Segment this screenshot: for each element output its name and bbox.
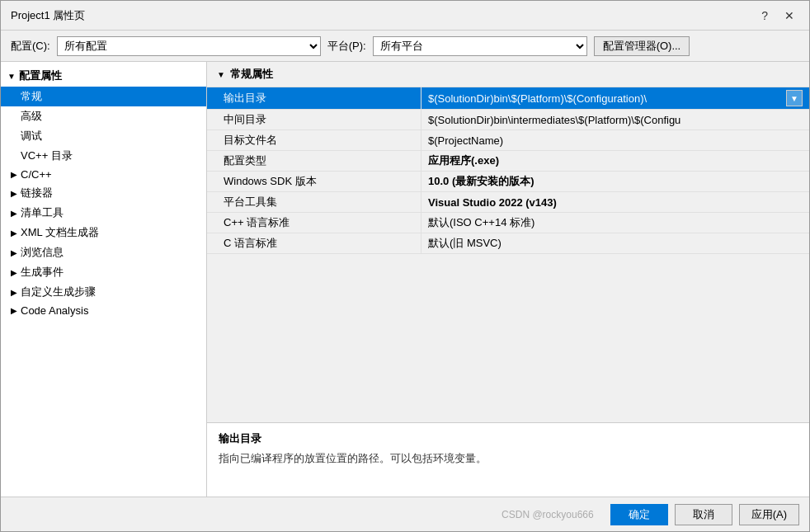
sidebar-item-manifest[interactable]: ▶ 清单工具 xyxy=(1,203,206,223)
prop-row-output-dir[interactable]: 输出目录 $(SolutionDir)bin\$(Platform)\$(Con… xyxy=(207,87,809,110)
sidebar-item-code-analysis[interactable]: ▶ Code Analysis xyxy=(1,302,206,319)
prop-row-c-std[interactable]: C 语言标准 默认(旧 MSVC) xyxy=(207,233,809,254)
linker-arrow: ▶ xyxy=(11,189,17,198)
config-select[interactable]: 所有配置 xyxy=(57,36,321,56)
prop-name-sdk-version: Windows SDK 版本 xyxy=(207,172,421,191)
build-events-arrow: ▶ xyxy=(11,268,17,277)
manifest-label: 清单工具 xyxy=(21,205,64,220)
prop-value-output-dir-text: $(SolutionDir)bin\$(Platform)\$(Configur… xyxy=(428,92,786,105)
sidebar-item-debug[interactable]: 调试 xyxy=(1,126,206,146)
sidebar-item-linker[interactable]: ▶ 链接器 xyxy=(1,183,206,203)
sidebar-item-xml[interactable]: ▶ XML 文档生成器 xyxy=(1,223,206,242)
prop-value-config-type-text: 应用程序(.exe) xyxy=(428,153,803,168)
bottom-panel-title: 输出目录 xyxy=(219,431,798,446)
prop-value-sdk-version-text: 10.0 (最新安装的版本) xyxy=(428,174,803,189)
apply-button[interactable]: 应用(A) xyxy=(739,504,799,525)
custom-build-label: 自定义生成步骤 xyxy=(21,285,96,299)
cpp-arrow: ▶ xyxy=(11,170,17,179)
main-content: ▼ 配置属性 常规 高级 调试 VC++ 目录 ▶ C/C++ ▶ 链接器 ▶ … xyxy=(1,62,809,497)
sidebar-section-header[interactable]: ▼ 配置属性 xyxy=(1,65,206,87)
prop-value-sdk-version: 10.0 (最新安装的版本) xyxy=(421,172,809,191)
dialog: Project1 属性页 ? ✕ 配置(C): 所有配置 平台(P): 所有平台… xyxy=(0,0,810,532)
code-analysis-arrow: ▶ xyxy=(11,306,17,315)
sidebar-item-regular[interactable]: 常规 xyxy=(1,87,206,106)
sidebar-section-title: 配置属性 xyxy=(19,68,62,83)
prop-row-inter-dir[interactable]: 中间目录 $(SolutionDir)bin\intermediates\$(P… xyxy=(207,110,809,130)
prop-value-cpp-std-text: 默认(ISO C++14 标准) xyxy=(428,215,803,230)
prop-row-target-name[interactable]: 目标文件名 $(ProjectName) xyxy=(207,130,809,151)
prop-value-output-dir: $(SolutionDir)bin\$(Platform)\$(Configur… xyxy=(421,87,809,109)
bottom-panel-desc: 指向已编译程序的放置位置的路径。可以包括环境变量。 xyxy=(219,451,798,466)
cpp-label: C/C++ xyxy=(21,168,52,181)
dialog-title: Project1 属性页 xyxy=(11,8,85,23)
toolbar: 配置(C): 所有配置 平台(P): 所有平台 配置管理器(O)... xyxy=(1,31,809,62)
platform-label: 平台(P): xyxy=(327,39,366,54)
prop-value-c-std: 默认(旧 MSVC) xyxy=(421,233,809,253)
sidebar: ▼ 配置属性 常规 高级 调试 VC++ 目录 ▶ C/C++ ▶ 链接器 ▶ … xyxy=(1,62,207,497)
footer: CSDN @rockyou666 确定 取消 应用(A) xyxy=(1,497,809,531)
prop-value-platform-toolset: Visual Studio 2022 (v143) xyxy=(421,192,809,212)
props-section-arrow: ▼ xyxy=(217,70,225,79)
title-bar-controls: ? ✕ xyxy=(756,7,799,24)
prop-row-config-type[interactable]: 配置类型 应用程序(.exe) xyxy=(207,151,809,172)
sidebar-item-cpp[interactable]: ▶ C/C++ xyxy=(1,166,206,183)
sidebar-item-browse[interactable]: ▶ 浏览信息 xyxy=(1,242,206,262)
close-button[interactable]: ✕ xyxy=(779,7,799,24)
prop-name-target-name: 目标文件名 xyxy=(207,130,421,150)
sidebar-item-advanced[interactable]: 高级 xyxy=(1,106,206,126)
props-section-header: ▼ 常规属性 xyxy=(207,62,809,87)
browse-label: 浏览信息 xyxy=(21,245,64,260)
prop-name-platform-toolset: 平台工具集 xyxy=(207,192,421,212)
sidebar-item-custom-build[interactable]: ▶ 自定义生成步骤 xyxy=(1,282,206,302)
config-label: 配置(C): xyxy=(11,39,50,54)
props-area: ▼ 常规属性 输出目录 $(SolutionDir)bin\$(Platform… xyxy=(207,62,809,422)
prop-value-cpp-std: 默认(ISO C++14 标准) xyxy=(421,213,809,233)
props-section-title: 常规属性 xyxy=(230,67,273,82)
prop-value-target-name-text: $(ProjectName) xyxy=(428,134,803,147)
prop-row-sdk-version[interactable]: Windows SDK 版本 10.0 (最新安装的版本) xyxy=(207,172,809,192)
prop-name-config-type: 配置类型 xyxy=(207,151,421,171)
prop-value-platform-toolset-text: Visual Studio 2022 (v143) xyxy=(428,196,803,209)
cancel-button[interactable]: 取消 xyxy=(675,504,732,525)
prop-name-inter-dir: 中间目录 xyxy=(207,110,421,129)
prop-value-config-type: 应用程序(.exe) xyxy=(421,151,809,171)
prop-value-inter-dir-text: $(SolutionDir)bin\intermediates\$(Platfo… xyxy=(428,114,803,126)
prop-row-cpp-std[interactable]: C++ 语言标准 默认(ISO C++14 标准) xyxy=(207,213,809,233)
prop-value-inter-dir: $(SolutionDir)bin\intermediates\$(Platfo… xyxy=(421,110,809,129)
right-panel: ▼ 常规属性 输出目录 $(SolutionDir)bin\$(Platform… xyxy=(207,62,809,497)
prop-value-c-std-text: 默认(旧 MSVC) xyxy=(428,236,803,251)
platform-select[interactable]: 所有平台 xyxy=(373,36,587,56)
xml-label: XML 文档生成器 xyxy=(21,225,99,240)
watermark: CSDN @rockyou666 xyxy=(502,509,594,520)
code-analysis-label: Code Analysis xyxy=(21,304,88,317)
sidebar-item-build-events[interactable]: ▶ 生成事件 xyxy=(1,262,206,282)
bottom-panel: 输出目录 指向已编译程序的放置位置的路径。可以包括环境变量。 xyxy=(207,422,809,497)
prop-value-output-dir-btn[interactable]: ▼ xyxy=(786,90,803,106)
ok-button[interactable]: 确定 xyxy=(610,504,668,525)
title-bar: Project1 属性页 ? ✕ xyxy=(1,1,809,31)
prop-name-output-dir: 输出目录 xyxy=(207,87,421,109)
prop-row-platform-toolset[interactable]: 平台工具集 Visual Studio 2022 (v143) xyxy=(207,192,809,213)
prop-value-target-name: $(ProjectName) xyxy=(421,130,809,150)
linker-label: 链接器 xyxy=(21,186,53,200)
build-events-label: 生成事件 xyxy=(21,265,64,280)
section-arrow: ▼ xyxy=(7,72,16,81)
browse-arrow: ▶ xyxy=(11,248,17,257)
prop-name-c-std: C 语言标准 xyxy=(207,233,421,253)
manifest-arrow: ▶ xyxy=(11,209,17,218)
custom-build-arrow: ▶ xyxy=(11,288,17,297)
sidebar-item-vc-dir[interactable]: VC++ 目录 xyxy=(1,146,206,166)
xml-arrow: ▶ xyxy=(11,228,17,238)
manager-button[interactable]: 配置管理器(O)... xyxy=(594,36,690,56)
prop-name-cpp-std: C++ 语言标准 xyxy=(207,213,421,233)
help-button[interactable]: ? xyxy=(756,7,773,24)
